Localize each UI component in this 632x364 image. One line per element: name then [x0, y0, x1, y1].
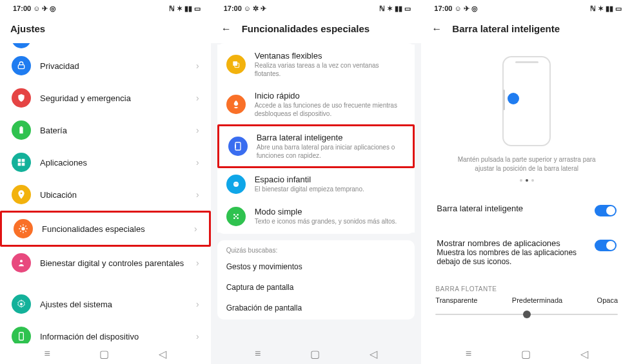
item-label: Información del dispositivo [40, 332, 187, 341]
device-icon [12, 327, 31, 343]
nav-home-icon[interactable]: ▢ [310, 348, 320, 360]
settings-item-privacidad[interactable]: Privacidad › [0, 50, 211, 82]
slider-label-right: Opaca [597, 296, 618, 304]
settings-item-aplicaciones[interactable]: Aplicaciones › [0, 146, 211, 178]
nav-home-icon[interactable]: ▢ [521, 348, 531, 360]
svg-rect-6 [22, 163, 25, 166]
location-icon [12, 185, 31, 204]
item-label: Funcionalidades especiales [42, 224, 185, 234]
chevron-right-icon: › [196, 258, 199, 268]
feature-item-espacio-infantil[interactable]: Espacio infantil El bienestar digital em… [217, 168, 415, 200]
feature-item-inicio-rapido[interactable]: Inicio rápido Accede a las funciones de … [217, 84, 415, 124]
toggle-label: Mostrar nombres de aplicaciones [437, 238, 560, 248]
battery-icon: ▭ [404, 5, 411, 13]
settings-icon: ✲ [253, 5, 259, 13]
sidebar-icon [228, 137, 248, 156]
page-indicator [520, 179, 534, 182]
camera-icon: ◎ [50, 5, 56, 13]
item-label: Ventanas flexibles [255, 51, 406, 61]
status-bar: 17:00 ☺ ✈ ◎ ℕ ✶ ▮▮ ▭ [0, 0, 211, 14]
opacity-slider[interactable] [435, 308, 618, 321]
page-title: Ajustes [10, 23, 45, 34]
svg-point-8 [21, 227, 25, 230]
item-label: Privacidad [40, 61, 187, 71]
rocket-icon [226, 95, 246, 114]
suggestion-gestos-movimientos[interactable]: Gestos y movimientos [217, 256, 415, 277]
svg-point-20 [233, 214, 235, 216]
chevron-right-icon: › [196, 125, 199, 135]
grid-icon [226, 207, 246, 226]
nfc-icon: ℕ [379, 5, 385, 13]
svg-rect-15 [235, 142, 241, 150]
section-barra-flotante: BARRA FLOTANTE [435, 285, 618, 292]
item-sublabel: Realiza varias tareas a la vez con venta… [255, 62, 406, 78]
chevron-right-icon: › [194, 224, 197, 234]
nav-back-icon[interactable]: ◁ [159, 348, 166, 360]
nav-recent-icon[interactable]: ≡ [255, 348, 261, 359]
settings-item-info-dispositivo[interactable]: Información del dispositivo › [0, 320, 211, 343]
nav-back-icon[interactable]: ◁ [580, 348, 588, 360]
svg-point-7 [21, 193, 23, 195]
chevron-right-icon: › [196, 93, 199, 103]
screen-smart-sidebar: 17:00 ☺ ✈ ◎ ℕ ✶ ▮▮ ▭ ← Barra lateral int… [421, 0, 632, 364]
telegram-icon: ✈ [42, 5, 48, 13]
screen-special-features: 17:00 ☺ ✲ ✈ ℕ ✶ ▮▮ ▭ ← Funcionalidades e… [211, 0, 422, 364]
suggestion-grabacion-pantalla[interactable]: Grabación de pantalla [217, 298, 415, 318]
preview-caption: Mantén pulsada la parte superior y arras… [449, 155, 604, 173]
svg-point-19 [236, 184, 237, 184]
screen-settings: 17:00 ☺ ✈ ◎ ℕ ✶ ▮▮ ▭ Ajustes Privacidad … [0, 0, 211, 364]
back-arrow-icon[interactable]: ← [221, 24, 232, 34]
vibrate-icon: ✶ [598, 5, 604, 13]
header: Ajustes [0, 14, 211, 43]
nav-recent-icon[interactable]: ≡ [466, 348, 471, 359]
nav-recent-icon[interactable]: ≡ [44, 348, 50, 359]
nav-home-icon[interactable]: ▢ [99, 348, 109, 360]
status-time: 17:00 [13, 5, 31, 12]
settings-item-ajustes-sistema[interactable]: Ajustes del sistema › [0, 288, 211, 320]
switch-on-icon[interactable] [595, 205, 617, 216]
sidebar-handle-icon [508, 93, 519, 104]
nfc-icon: ℕ [590, 5, 596, 13]
slider-knob-icon[interactable] [523, 311, 531, 318]
shield-icon [12, 88, 31, 108]
settings-item-seguridad[interactable]: Seguridad y emergencia › [0, 82, 211, 114]
settings-item-ubicacion[interactable]: Ubicación › [0, 178, 211, 211]
chevron-right-icon: › [196, 331, 199, 341]
special-features-icon [14, 219, 33, 238]
nav-back-icon[interactable]: ◁ [370, 348, 377, 360]
item-sublabel: Abre una barra lateral para iniciar apli… [257, 144, 404, 160]
wellbeing-icon [12, 253, 31, 273]
item-label: Ajustes del sistema [40, 300, 187, 309]
battery-icon: ▭ [615, 5, 622, 13]
status-bar: 17:00 ☺ ✈ ◎ ℕ ✶ ▮▮ ▭ [421, 0, 632, 14]
toggle-sublabel: Muestra los nombres de las aplicaciones … [437, 248, 577, 266]
svg-point-23 [237, 217, 239, 219]
gear-icon [12, 294, 31, 314]
nav-bar: ≡ ▢ ◁ [0, 343, 211, 364]
feature-item-barra-lateral-inteligente[interactable]: Barra lateral inteligente Abre una barra… [217, 124, 415, 168]
feature-item-ventanas-flexibles[interactable]: Ventanas flexibles Realiza varias tareas… [217, 44, 415, 84]
item-label: Ubicación [40, 190, 187, 200]
toggle-mostrar-nombres[interactable]: Mostrar nombres de aplicaciones Muestra … [428, 231, 626, 274]
signal-icon: ▮▮ [395, 5, 402, 13]
chevron-right-icon: › [196, 157, 199, 168]
svg-rect-0 [18, 65, 24, 69]
settings-item-funcionalidades-especiales[interactable]: Funcionalidades especiales › [0, 211, 211, 247]
whatsapp-icon: ☺ [244, 5, 251, 12]
settings-item-bateria[interactable]: Batería › [0, 114, 211, 146]
feature-card: Ventanas flexibles Realiza varias tareas… [217, 43, 415, 234]
feature-list: Ventanas flexibles Realiza varias tareas… [211, 43, 422, 343]
status-bar: 17:00 ☺ ✲ ✈ ℕ ✶ ▮▮ ▭ [211, 0, 422, 14]
back-arrow-icon[interactable]: ← [431, 24, 442, 34]
svg-rect-5 [18, 163, 21, 166]
item-label: Barra lateral inteligente [257, 133, 404, 142]
status-time: 17:00 [434, 5, 452, 12]
svg-rect-1 [19, 127, 23, 133]
toggle-barra-lateral[interactable]: Barra lateral inteligente [428, 196, 626, 224]
suggestions-heading: Quizás buscabas: [217, 242, 415, 256]
signal-icon: ▮▮ [606, 5, 613, 13]
suggestion-captura-pantalla[interactable]: Captura de pantalla [217, 277, 415, 298]
settings-item-bienestar[interactable]: Bienestar digital y controles parentales… [0, 247, 211, 279]
switch-on-icon[interactable] [595, 240, 617, 251]
feature-item-modo-simple[interactable]: Modo simple Texto e iconos más grandes, … [217, 200, 415, 233]
